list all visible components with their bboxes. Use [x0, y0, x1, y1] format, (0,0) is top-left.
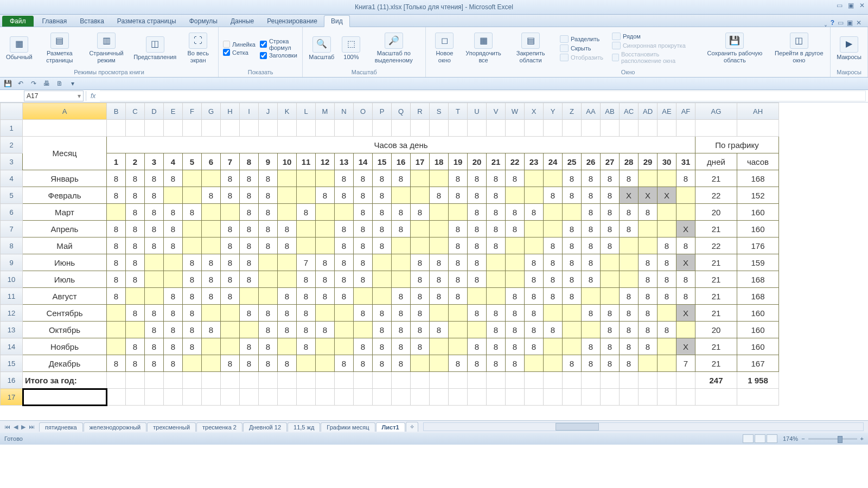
day-cell[interactable] [658, 170, 676, 187]
cell[interactable] [278, 120, 297, 137]
zoom-handle[interactable] [838, 436, 843, 443]
day-cell[interactable]: 8 [164, 204, 183, 221]
day-cell[interactable] [145, 288, 164, 305]
day-cell[interactable] [487, 271, 506, 288]
cell[interactable] [183, 372, 202, 389]
hours-cell[interactable]: 168 [737, 288, 779, 305]
cell[interactable] [639, 372, 658, 389]
day-cell[interactable] [449, 322, 468, 338]
cell[interactable] [544, 120, 563, 137]
day-cell[interactable]: 8 [506, 338, 525, 355]
day-cell[interactable] [107, 305, 126, 322]
day-cell[interactable] [430, 170, 449, 187]
col-header-N[interactable]: N [335, 103, 354, 120]
macros-button[interactable]: ▶Макросы [835, 35, 863, 62]
cell[interactable] [449, 120, 468, 137]
day-cell[interactable]: 8 [468, 221, 487, 237]
cell[interactable] [487, 389, 506, 406]
cell[interactable] [107, 120, 126, 137]
day-cell[interactable]: 8 [373, 170, 392, 187]
pagelayout-button[interactable]: ▤Разметка страницы [39, 31, 81, 65]
day-cell[interactable] [411, 170, 430, 187]
day-cell[interactable]: 8 [259, 187, 278, 204]
day-cell[interactable]: 8 [544, 187, 563, 204]
day-header[interactable]: 28 [620, 153, 639, 170]
day-cell[interactable] [297, 355, 316, 372]
day-cell[interactable] [430, 355, 449, 372]
day-cell[interactable] [506, 271, 525, 288]
month-name[interactable]: Сентябрь [23, 305, 107, 322]
day-cell[interactable]: 8 [563, 170, 582, 187]
day-cell[interactable]: 8 [601, 187, 620, 204]
sheet-tab-4[interactable]: Дневной 12 [243, 422, 287, 432]
day-cell[interactable]: 8 [221, 271, 240, 288]
day-header[interactable]: 23 [525, 153, 544, 170]
day-cell[interactable] [335, 338, 354, 355]
day-cell[interactable]: 8 [164, 305, 183, 322]
day-cell[interactable] [145, 271, 164, 288]
day-cell[interactable]: 8 [259, 305, 278, 322]
day-cell[interactable]: 8 [506, 204, 525, 221]
day-cell[interactable] [676, 204, 695, 221]
day-cell[interactable]: 8 [525, 338, 544, 355]
day-cell[interactable] [449, 305, 468, 322]
help-icon[interactable]: ? [831, 19, 834, 27]
zoom-button[interactable]: 🔍Масштаб [307, 35, 336, 62]
day-cell[interactable]: 8 [639, 271, 658, 288]
tab-home[interactable]: Главная [36, 16, 74, 27]
day-cell[interactable] [525, 237, 544, 254]
day-cell[interactable]: 8 [316, 288, 335, 305]
day-cell[interactable]: 8 [126, 355, 145, 372]
cell[interactable] [145, 389, 164, 406]
day-header[interactable]: 11 [297, 153, 316, 170]
sheet-tab-1[interactable]: железнодорожный [84, 422, 147, 432]
row-header-11[interactable]: 11 [1, 288, 23, 305]
cell[interactable] [544, 389, 563, 406]
cell[interactable] [259, 372, 278, 389]
day-cell[interactable]: 8 [373, 204, 392, 221]
first-sheet-icon[interactable]: ⏮ [3, 423, 11, 431]
cell[interactable] [430, 120, 449, 137]
arrange-button[interactable]: ▦Упорядочить все [463, 31, 504, 65]
day-header[interactable]: 21 [487, 153, 506, 170]
day-cell[interactable] [278, 271, 297, 288]
days-cell[interactable]: 21 [695, 221, 737, 237]
hours-cell[interactable]: 167 [737, 355, 779, 372]
hours-cell[interactable]: 152 [737, 187, 779, 204]
cell[interactable] [737, 389, 779, 406]
day-cell[interactable]: 8 [354, 305, 373, 322]
cell[interactable] [658, 372, 676, 389]
day-cell[interactable]: 8 [449, 254, 468, 271]
cell[interactable] [676, 120, 695, 137]
maximize-icon[interactable]: ▣ [848, 2, 854, 9]
day-cell[interactable]: 8 [639, 322, 658, 338]
cell[interactable] [601, 372, 620, 389]
zoom-in-icon[interactable]: + [860, 435, 864, 442]
day-cell[interactable] [354, 288, 373, 305]
day-cell[interactable]: 8 [525, 305, 544, 322]
day-cell[interactable]: 8 [202, 254, 221, 271]
day-cell[interactable]: 8 [468, 355, 487, 372]
day-cell[interactable] [278, 187, 297, 204]
formula-input[interactable] [100, 91, 866, 101]
total-days[interactable]: 247 [695, 372, 737, 389]
day-cell[interactable]: 8 [259, 204, 278, 221]
day-header[interactable]: 20 [468, 153, 487, 170]
cell[interactable] [221, 120, 240, 137]
day-cell[interactable] [259, 254, 278, 271]
day-cell[interactable]: 8 [240, 237, 259, 254]
day-cell[interactable]: 8 [297, 204, 316, 221]
day-cell[interactable]: 8 [373, 237, 392, 254]
zoom-level[interactable]: 174% [783, 435, 798, 442]
day-cell[interactable] [297, 187, 316, 204]
cell[interactable] [354, 372, 373, 389]
row-header-2[interactable]: 2 [1, 137, 23, 153]
day-cell[interactable]: 8 [582, 305, 601, 322]
day-cell[interactable] [639, 221, 658, 237]
day-cell[interactable] [240, 322, 259, 338]
day-cell[interactable]: 8 [468, 237, 487, 254]
day-cell[interactable] [620, 254, 639, 271]
cell[interactable] [430, 372, 449, 389]
day-cell[interactable]: 8 [676, 170, 695, 187]
day-cell[interactable] [183, 187, 202, 204]
